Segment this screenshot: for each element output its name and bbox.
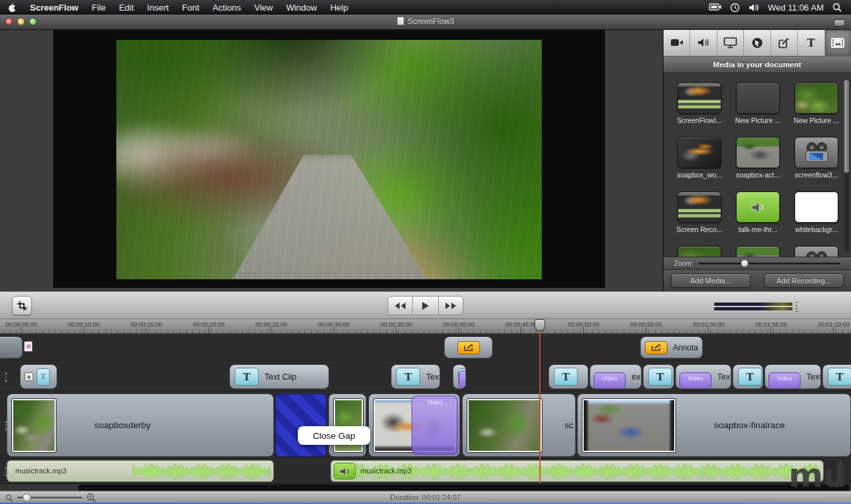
text-clip[interactable]: VideoText — [765, 364, 821, 389]
menu-clock[interactable]: Wed 11:06 AM — [768, 3, 824, 13]
video-clip[interactable] — [328, 394, 366, 457]
text-clip[interactable]: T — [548, 364, 588, 389]
audio-clip[interactable]: musictrack.mp3 — [330, 460, 824, 482]
apple-menu[interactable] — [8, 3, 17, 13]
foliage-thumbnail[interactable] — [677, 246, 721, 257]
video-clip[interactable]: soapboxderby — [7, 394, 274, 457]
text-clip[interactable]: T — [453, 364, 466, 389]
media-item-10[interactable] — [670, 246, 729, 257]
text-clip[interactable]: T — [643, 364, 674, 389]
menu-item-view[interactable]: View — [248, 3, 280, 13]
text-clip[interactable]: TText Clip — [229, 364, 329, 389]
menu-item-file[interactable]: File — [85, 3, 112, 13]
annotation-mini-clip[interactable] — [24, 341, 33, 352]
document-proxy-icon[interactable] — [397, 17, 404, 25]
media-item-5[interactable]: soapbox-act... — [729, 137, 787, 179]
toolbar-toggle-button[interactable] — [834, 19, 845, 27]
media-item-12[interactable] — [787, 246, 846, 257]
race-thumbnail[interactable] — [736, 246, 780, 257]
video-clip[interactable]: sc — [462, 394, 576, 457]
display-icon[interactable] — [709, 3, 721, 12]
menu-item-appname[interactable]: ScreenFlow — [23, 3, 85, 13]
media-grid-scrollbar[interactable] — [844, 78, 849, 251]
timeline-ruler[interactable]: 00:00:05:0000:00:10:0000:00:15:0000:00:2… — [0, 319, 851, 334]
volume-icon[interactable] — [749, 3, 759, 12]
text-clip[interactable]: VideoText — [675, 364, 731, 389]
media-zoom-row: Zoom: — [664, 257, 851, 269]
menu-item-help[interactable]: Help — [324, 3, 355, 13]
menu-item-actions[interactable]: Actions — [206, 3, 248, 13]
callout-properties-tab[interactable] — [744, 29, 771, 56]
media-item-2[interactable]: New Picture ... — [729, 82, 787, 124]
video-preview[interactable] — [116, 40, 542, 279]
video-clip[interactable]: Video — [368, 394, 460, 457]
screen-recording-properties-tab[interactable] — [717, 29, 744, 56]
menu-item-edit[interactable]: Edit — [112, 3, 140, 13]
media-zoom-knob[interactable] — [741, 259, 749, 267]
timeline-gap[interactable] — [275, 394, 326, 457]
media-item-4[interactable]: soapbox_wo... — [670, 137, 729, 179]
media-library-tab[interactable] — [825, 29, 851, 56]
media-item-9[interactable]: whitebackgr... — [787, 191, 846, 233]
playhead-handle[interactable] — [535, 319, 545, 331]
rewind-button[interactable] — [388, 296, 413, 315]
video-clip-thumbnail — [467, 399, 542, 452]
timeline-hscrollbar[interactable] — [0, 483, 851, 491]
media-item-11[interactable] — [729, 246, 787, 257]
race-thumbnail[interactable] — [736, 137, 780, 168]
track-handle[interactable]: ▲≡▼ — [2, 342, 10, 354]
projector-thumbnail[interactable] — [794, 137, 838, 168]
media-item-7[interactable]: Screen Reco... — [670, 191, 729, 233]
add-recording-button[interactable]: Add Recording... — [764, 273, 844, 288]
crop-tool-button[interactable] — [12, 296, 32, 315]
foliage-thumbnail[interactable] — [794, 82, 838, 114]
media-item-8[interactable]: talk-me-thr... — [729, 191, 787, 233]
window-title-bar[interactable]: ScreenFlow3 — [0, 15, 851, 30]
media-item-1[interactable]: ScreenFlowI... — [670, 82, 729, 124]
menu-item-insert[interactable]: Insert — [140, 3, 176, 13]
fast-forward-button[interactable] — [438, 296, 463, 315]
annotations-tab[interactable] — [771, 29, 798, 56]
media-item-3[interactable]: New Picture ... — [787, 82, 846, 124]
add-media-button[interactable]: Add Media... — [671, 273, 751, 288]
apple-icon — [8, 3, 17, 13]
audio-clip[interactable]: musictrack.mp3 — [7, 460, 274, 482]
empty-thumbnail[interactable] — [736, 82, 780, 114]
track-handle[interactable]: ▲≡▼ — [2, 420, 10, 432]
media-item-6[interactable]: screenflow3... — [787, 137, 846, 179]
screenflow-doc-thumbnail[interactable] — [677, 82, 721, 114]
playhead-line — [539, 330, 541, 483]
menu-item-font[interactable]: Font — [176, 3, 206, 13]
text-clip[interactable]: Videoex — [590, 364, 642, 389]
media-zoom-slider[interactable] — [698, 263, 840, 265]
white-thumbnail[interactable] — [794, 191, 838, 223]
text-clip[interactable]: T — [733, 364, 763, 389]
text-t-icon: T — [37, 368, 50, 386]
time-machine-icon[interactable] — [730, 3, 740, 13]
text-clip[interactable]: TTex — [391, 364, 440, 389]
annotation-icon — [651, 344, 662, 352]
audio-properties-tab[interactable] — [690, 29, 717, 56]
audio-clip-label: musictrack.mp3 — [15, 467, 66, 475]
close-gap-button[interactable]: Close Gap — [298, 426, 370, 445]
spotlight-icon[interactable] — [832, 3, 842, 12]
audio-thumbnail[interactable] — [736, 191, 780, 223]
annotation-clip[interactable]: Annota — [640, 336, 703, 358]
audio-clip-icon — [334, 463, 356, 479]
track-handle[interactable]: ▲≡▼ — [2, 371, 10, 383]
projector-thumbnail[interactable] — [794, 246, 838, 257]
video-properties-tab[interactable] — [664, 29, 690, 56]
play-button[interactable] — [413, 296, 438, 315]
annotations-icon — [778, 37, 790, 49]
text-clip[interactable]: T — [822, 364, 851, 389]
text-properties-tab[interactable]: T — [798, 29, 824, 56]
annotation-clip[interactable] — [444, 336, 493, 358]
menu-item-window[interactable]: Window — [279, 3, 323, 13]
annotation-icon — [463, 344, 474, 352]
flame-thumbnail[interactable] — [677, 137, 721, 168]
video-clip[interactable]: soapbox-finalrace — [577, 394, 851, 457]
text-clip[interactable]: oT — [20, 364, 57, 389]
track-handle[interactable]: ▲≡▼ — [2, 465, 10, 477]
screenflow-doc-thumbnail[interactable] — [677, 191, 721, 223]
play-icon — [422, 301, 429, 311]
